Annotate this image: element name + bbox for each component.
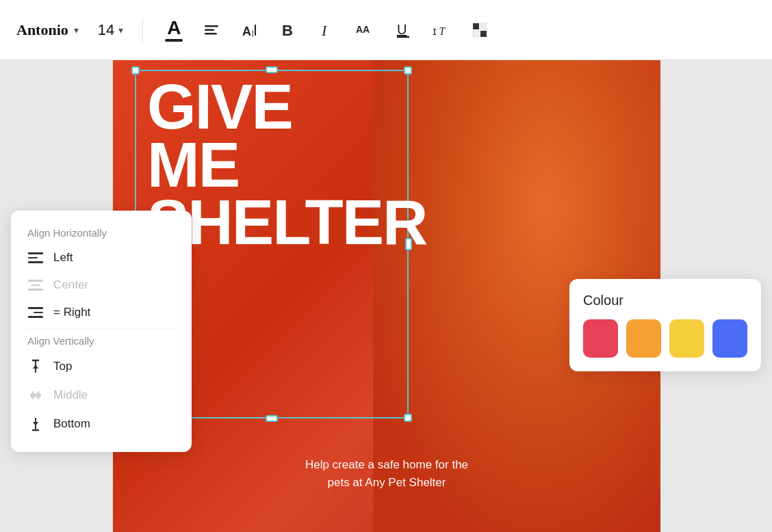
font-size-group: 14 ▾ (98, 21, 123, 39)
letter-case-button[interactable]: ɪ T (429, 18, 454, 42)
colour-swatch-red[interactable] (583, 319, 618, 358)
align-bottom-icon-wrap (27, 416, 44, 431)
character-spacing-icon: A | (240, 21, 259, 40)
align-left-icon (28, 252, 43, 263)
line1 (28, 280, 43, 282)
svg-text:I: I (321, 22, 328, 39)
align-center-icon (28, 280, 43, 291)
svg-rect-2 (205, 33, 217, 35)
handle-bottom-middle[interactable] (266, 415, 278, 422)
align-top-label: Top (53, 360, 72, 373)
checkerboard-icon (470, 21, 489, 40)
svg-rect-1 (205, 29, 214, 31)
line1 (28, 252, 43, 254)
line3 (28, 289, 43, 291)
align-right-item[interactable]: = Right (16, 299, 186, 326)
colour-swatches (583, 319, 747, 358)
font-color-button[interactable]: A (162, 16, 185, 44)
line3 (28, 261, 43, 263)
toolbar: Antonio ▾ 14 ▾ A A | B I (0, 0, 772, 60)
font-name-group: Antonio ▾ (16, 21, 79, 39)
align-right-label: = Right (53, 306, 90, 319)
bold-icon: B (279, 21, 298, 40)
italic-button[interactable]: I (314, 18, 339, 42)
more-button[interactable] (467, 18, 492, 42)
handle-middle-right[interactable] (405, 238, 412, 250)
svg-rect-16 (480, 31, 487, 37)
align-icon (202, 21, 221, 40)
colour-panel-title: Colour (583, 293, 747, 308)
align-middle-icon (28, 388, 43, 403)
colour-swatch-yellow[interactable] (669, 319, 704, 358)
align-center-label: Center (53, 278, 88, 292)
align-center-icon-wrap (27, 280, 44, 291)
handle-top-right[interactable] (404, 66, 412, 75)
poster-subtitle: Help create a safe home for the pets at … (113, 456, 660, 491)
align-middle-icon-wrap (27, 388, 44, 403)
svg-rect-0 (205, 25, 218, 27)
svg-text:A: A (242, 25, 251, 38)
align-divider (27, 329, 175, 330)
align-horizontal-title: Align Horizontally (16, 224, 186, 244)
handle-top-middle[interactable] (266, 66, 278, 73)
underline-button[interactable]: U (391, 18, 415, 42)
letter-case-icon: ɪ T (432, 21, 451, 40)
italic-icon: I (317, 21, 336, 40)
underline-icon: U (394, 21, 413, 40)
align-middle-label: Middle (53, 388, 88, 402)
align-bottom-icon (28, 416, 43, 431)
line2 (28, 257, 38, 259)
line2 (31, 284, 40, 287)
font-color-underline (165, 39, 183, 42)
align-left-label: Left (53, 251, 73, 265)
font-name-label: Antonio (16, 21, 68, 39)
tracking-icon: AA (355, 21, 374, 40)
align-panel: Align Horizontally Left Center (11, 211, 192, 452)
bold-button[interactable]: B (276, 18, 300, 42)
svg-rect-13 (473, 23, 479, 29)
handle-bottom-right[interactable] (404, 414, 412, 422)
font-color-icon: A (167, 18, 181, 38)
font-size-label: 14 (98, 21, 114, 39)
align-top-icon (28, 359, 43, 374)
line1 (28, 307, 43, 309)
svg-rect-15 (473, 31, 479, 37)
align-top-item[interactable]: Top (16, 352, 186, 381)
svg-marker-19 (33, 364, 38, 369)
align-left-icon-wrap (27, 252, 44, 263)
canvas-area: GIVE ME SHELTER Help create a safe home … (0, 60, 772, 532)
svg-text:ɪ: ɪ (433, 25, 437, 37)
align-bottom-label: Bottom (53, 417, 90, 431)
svg-marker-27 (33, 422, 38, 426)
svg-text:T: T (439, 25, 446, 37)
svg-text:|: | (252, 29, 254, 37)
svg-text:B: B (282, 22, 293, 39)
colour-swatch-orange[interactable] (626, 319, 661, 358)
align-right-icon-wrap (27, 307, 44, 318)
align-center-item[interactable]: Center (16, 271, 186, 299)
align-left-item[interactable]: Left (16, 244, 186, 271)
font-name-dropdown-arrow[interactable]: ▾ (74, 25, 79, 36)
colour-swatch-blue[interactable] (712, 319, 747, 358)
line3 (28, 316, 43, 318)
align-top-icon-wrap (27, 359, 44, 374)
align-right-icon (28, 307, 43, 318)
line2 (34, 312, 43, 314)
toolbar-divider-1 (142, 18, 143, 42)
colour-panel: Colour (569, 279, 761, 371)
svg-text:U: U (397, 22, 407, 37)
align-bottom-item[interactable]: Bottom (16, 410, 186, 438)
align-middle-item[interactable]: Middle (16, 381, 186, 410)
align-button[interactable] (199, 18, 224, 42)
handle-top-left[interactable] (131, 66, 140, 75)
character-spacing-button[interactable]: A | (237, 18, 262, 42)
font-size-dropdown-arrow[interactable]: ▾ (118, 25, 123, 36)
svg-rect-14 (480, 23, 487, 29)
tracking-button[interactable]: AA (352, 18, 377, 42)
svg-text:AA: AA (356, 23, 370, 34)
align-vertical-title: Align Vertically (16, 332, 186, 352)
